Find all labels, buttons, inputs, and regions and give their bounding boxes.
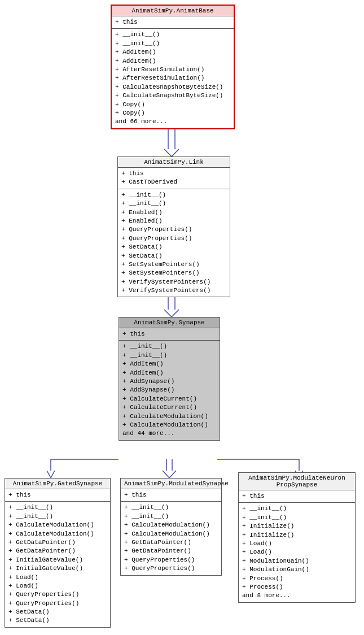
link-method-1: + __init__() bbox=[121, 199, 226, 208]
link-method-11: + VerifySystemPointers() bbox=[121, 286, 226, 295]
gatedsynapse-method-9: + Load() bbox=[8, 582, 107, 590]
modulatedsynapse-method-3: + CalculateModulation() bbox=[124, 530, 218, 538]
link-method-9: + SetSystemPointers() bbox=[121, 269, 226, 277]
synapse-title: AnimatSimPy.Synapse bbox=[119, 318, 220, 328]
mnps-method-1: + __init__() bbox=[242, 514, 352, 522]
modulatedsynapse-method-0: + __init__() bbox=[124, 503, 218, 512]
gatedsynapse-attr-0: + this bbox=[8, 491, 107, 499]
gatedsynapse-methods: + __init__() + __init__() + CalculateMod… bbox=[5, 502, 110, 627]
gatedsynapse-title: AnimatSimPy.GatedSynapse bbox=[5, 479, 110, 489]
mnps-method-6: + ModulationGain() bbox=[242, 557, 352, 566]
synapse-method-5: + AddSynapse() bbox=[122, 386, 216, 394]
link-method-6: + SetData() bbox=[121, 243, 226, 251]
synapse-method-6: + CalculateCurrent() bbox=[122, 395, 216, 403]
animatbase-method-9: + Copy() bbox=[115, 109, 230, 118]
link-method-8: + SetSystemPointers() bbox=[121, 260, 226, 269]
synapse-method-2: + AddItem() bbox=[122, 360, 216, 368]
gatedsynapse-method-1: + __init__() bbox=[8, 512, 107, 521]
synapse-method-8: + CalculateModulation() bbox=[122, 412, 216, 421]
animatbase-method-8: + Copy() bbox=[115, 101, 230, 109]
uml-diagram: AnimatSimPy.AnimatBase + this + __init__… bbox=[0, 0, 364, 635]
modulatedsynapse-title: AnimatSimPy.ModulatedSynapse bbox=[121, 479, 221, 489]
modulatedsynapse-method-1: + __init__() bbox=[124, 512, 218, 521]
gatedsynapse-method-12: + SetData() bbox=[8, 608, 107, 616]
synapse-box: AnimatSimPy.Synapse + this + __init__() … bbox=[119, 317, 220, 441]
animatbase-method-0: + __init__() bbox=[115, 31, 230, 39]
animatbase-method-5: + AfterResetSimulation() bbox=[115, 74, 230, 82]
gatedsynapse-method-8: + Load() bbox=[8, 573, 107, 582]
animatbase-method-4: + AfterResetSimulation() bbox=[115, 66, 230, 74]
gatedsynapse-method-11: + QueryProperties() bbox=[8, 599, 107, 608]
synapse-method-0: + __init__() bbox=[122, 342, 216, 351]
gatedsynapse-method-13: + SetData() bbox=[8, 616, 107, 625]
link-box: AnimatSimPy.Link + this + CastToDerived … bbox=[117, 156, 230, 297]
gatedsynapse-method-7: + InitialGateValue() bbox=[8, 564, 107, 573]
gatedsynapse-method-6: + InitialGateValue() bbox=[8, 556, 107, 564]
animatbase-methods: + __init__() + __init__() + AddItem() + … bbox=[112, 29, 234, 128]
gatedsynapse-attributes: + this bbox=[5, 489, 110, 502]
animatbase-method-7: + CalculateSnapshotByteSize() bbox=[115, 92, 230, 100]
synapse-method-3: + AddItem() bbox=[122, 369, 216, 377]
modulateneuronpropsynapse-methods: + __init__() + __init__() + Initialize()… bbox=[239, 503, 355, 602]
link-method-4: + QueryProperties() bbox=[121, 225, 226, 234]
gatedsynapse-method-5: + GetDataPointer() bbox=[8, 547, 107, 555]
synapse-method-7: + CalculateCurrent() bbox=[122, 403, 216, 412]
modulateneuronpropsynapse-box: AnimatSimPy.ModulateNeuron PropSynapse +… bbox=[238, 472, 356, 603]
synapse-attributes: + this bbox=[119, 328, 220, 341]
link-method-10: + VerifySystemPointers() bbox=[121, 278, 226, 286]
mnps-method-4: + Load() bbox=[242, 540, 352, 548]
mnps-method-10: and 8 more... bbox=[242, 591, 352, 600]
gatedsynapse-method-4: + GetDataPointer() bbox=[8, 538, 107, 547]
animatbase-attributes: + this bbox=[112, 16, 234, 29]
mnps-method-3: + Initialize() bbox=[242, 531, 352, 540]
link-title: AnimatSimPy.Link bbox=[118, 157, 230, 168]
gatedsynapse-method-10: + QueryProperties() bbox=[8, 590, 107, 599]
modulatedsynapse-attributes: + this bbox=[121, 489, 221, 502]
animatbase-attr-0: + this bbox=[115, 18, 230, 27]
modulatedsynapse-box: AnimatSimPy.ModulatedSynapse + this + __… bbox=[120, 478, 222, 576]
animatbase-method-6: + CalculateSnapshotByteSize() bbox=[115, 83, 230, 92]
link-methods: + __init__() + __init__() + Enabled() + … bbox=[118, 189, 230, 297]
link-method-5: + QueryProperties() bbox=[121, 234, 226, 243]
link-method-0: + __init__() bbox=[121, 191, 226, 199]
animatbase-title: AnimatSimPy.AnimatBase bbox=[112, 6, 234, 16]
animatbase-box: AnimatSimPy.AnimatBase + this + __init__… bbox=[111, 5, 235, 129]
modulatedsynapse-method-5: + GetDataPointer() bbox=[124, 547, 218, 555]
gatedsynapse-method-2: + CalculateModulation() bbox=[8, 521, 107, 529]
animatbase-method-3: + AddItem() bbox=[115, 57, 230, 66]
modulateneuronpropsynapse-title: AnimatSimPy.ModulateNeuron PropSynapse bbox=[239, 473, 355, 490]
link-method-7: + SetData() bbox=[121, 252, 226, 260]
synapse-method-1: + __init__() bbox=[122, 351, 216, 360]
link-attributes: + this + CastToDerived bbox=[118, 168, 230, 189]
gatedsynapse-method-0: + __init__() bbox=[8, 503, 107, 512]
synapse-method-10: and 44 more... bbox=[122, 429, 216, 438]
synapse-method-4: + AddSynapse() bbox=[122, 377, 216, 386]
modulatedsynapse-method-6: + QueryProperties() bbox=[124, 556, 218, 564]
link-attr-0: + this bbox=[121, 169, 226, 178]
modulatedsynapse-method-7: + QueryProperties() bbox=[124, 564, 218, 573]
link-method-3: + Enabled() bbox=[121, 217, 226, 225]
animatbase-method-2: + AddItem() bbox=[115, 48, 230, 56]
modulatedsynapse-attr-0: + this bbox=[124, 491, 218, 499]
synapse-methods: + __init__() + __init__() + AddItem() + … bbox=[119, 341, 220, 440]
link-attr-1: + CastToDerived bbox=[121, 178, 226, 186]
modulateneuronpropsynapse-attributes: + this bbox=[239, 490, 355, 503]
link-method-2: + Enabled() bbox=[121, 208, 226, 217]
animatbase-method-1: + __init__() bbox=[115, 40, 230, 48]
animatbase-method-10: and 66 more... bbox=[115, 118, 230, 126]
modulatedsynapse-methods: + __init__() + __init__() + CalculateMod… bbox=[121, 502, 221, 575]
synapse-attr-0: + this bbox=[122, 330, 216, 338]
mnps-method-8: + Process() bbox=[242, 575, 352, 583]
gatedsynapse-method-3: + CalculateModulation() bbox=[8, 530, 107, 538]
mnps-method-5: + Load() bbox=[242, 548, 352, 556]
mnps-method-7: + ModulationGain() bbox=[242, 566, 352, 574]
gatedsynapse-box: AnimatSimPy.GatedSynapse + this + __init… bbox=[5, 478, 111, 628]
synapse-method-9: + CalculateModulation() bbox=[122, 421, 216, 429]
mnps-method-2: + Initialize() bbox=[242, 522, 352, 530]
mnps-method-0: + __init__() bbox=[242, 504, 352, 513]
modulatedsynapse-method-2: + CalculateModulation() bbox=[124, 521, 218, 529]
modulateneuronpropsynapse-attr-0: + this bbox=[242, 492, 352, 501]
modulatedsynapse-method-4: + GetDataPointer() bbox=[124, 538, 218, 547]
mnps-method-9: + Process() bbox=[242, 583, 352, 591]
